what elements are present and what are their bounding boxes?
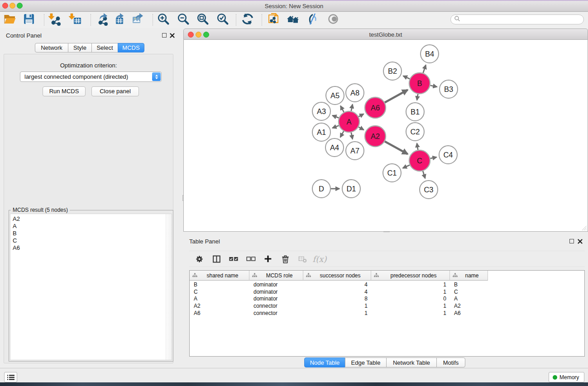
- memory-status-icon: [553, 375, 557, 380]
- table-row[interactable]: Cdominator41C: [190, 289, 584, 296]
- graph-edge-A6-B[interactable]: [385, 90, 408, 102]
- tab-mcds[interactable]: MCDS: [118, 43, 144, 52]
- graph-edge-C-C2[interactable]: [417, 143, 418, 150]
- graph-node-A4[interactable]: A4: [325, 138, 344, 157]
- graph-edge-B-B2[interactable]: [403, 76, 410, 79]
- column-header-predecessor-nodes[interactable]: predecessor nodes: [371, 271, 450, 281]
- graph-edge-A-A3[interactable]: [332, 115, 339, 118]
- column-header-MCDS-role[interactable]: MCDS role: [249, 271, 303, 281]
- graph-node-B1[interactable]: B1: [406, 103, 424, 121]
- graph-edge-B-B1[interactable]: [417, 94, 418, 100]
- tab-edge-table[interactable]: Edge Table: [345, 357, 387, 367]
- result-scrollbar[interactable]: [166, 214, 172, 360]
- tab-node-table[interactable]: Node Table: [304, 357, 345, 367]
- table-cell: A: [190, 295, 249, 303]
- graph-edge-C-C4[interactable]: [430, 157, 437, 158]
- graphics-details-button[interactable]: [305, 13, 320, 27]
- mcds-result-item[interactable]: C: [10, 237, 165, 244]
- table-row[interactable]: Adominator80A: [190, 295, 584, 303]
- mcds-result-item[interactable]: A2: [10, 215, 165, 223]
- graph-edge-A-A4[interactable]: [340, 131, 344, 137]
- graph-node-B3[interactable]: B3: [440, 80, 458, 98]
- export-table-button[interactable]: [110, 13, 126, 27]
- search-field[interactable]: [450, 14, 584, 24]
- graph-edge-A-A6[interactable]: [359, 114, 363, 117]
- zoom-fit-button[interactable]: [195, 13, 210, 27]
- graph-edge-A-A1[interactable]: [332, 125, 339, 128]
- table-settings-button[interactable]: [192, 252, 206, 266]
- import-network-button[interactable]: [47, 13, 62, 27]
- graph-node-A5[interactable]: A5: [326, 86, 344, 105]
- graph-edge-A-A7[interactable]: [351, 133, 353, 139]
- float-panel-icon[interactable]: [162, 33, 167, 38]
- refresh-button[interactable]: [240, 13, 255, 27]
- graph-node-D[interactable]: D: [312, 180, 330, 198]
- graph-node-C4[interactable]: C4: [439, 146, 457, 164]
- graph-edge-B-B3[interactable]: [430, 86, 437, 87]
- zoom-in-button[interactable]: [156, 13, 171, 27]
- select-all-button[interactable]: [227, 252, 240, 266]
- toggle-columns-button[interactable]: [210, 252, 223, 266]
- graph-node-C[interactable]: C: [409, 150, 430, 171]
- network-canvas[interactable]: B4B2BB3A5A8A6A3B1AA1C2A2A4A7C4CC1C3DD1: [183, 40, 588, 232]
- graph-node-C1[interactable]: C1: [383, 164, 401, 182]
- graph-edge-A-A8[interactable]: [351, 104, 353, 111]
- network-window-titlebar[interactable]: testGlobe.txt: [183, 29, 588, 40]
- column-header-name[interactable]: name: [450, 271, 488, 281]
- save-session-button[interactable]: [21, 13, 37, 27]
- table-row[interactable]: A2connector11A2: [190, 303, 584, 310]
- table-row[interactable]: Bdominator41B: [190, 281, 584, 289]
- close-panel-icon[interactable]: [170, 33, 175, 38]
- graph-edge-A-A5[interactable]: [340, 106, 344, 112]
- export-network-button[interactable]: [94, 13, 110, 27]
- column-header-successor-nodes[interactable]: successor nodes: [303, 271, 371, 281]
- graph-node-A7[interactable]: A7: [346, 142, 364, 160]
- table-close-panel-icon[interactable]: [578, 239, 583, 244]
- unselect-all-button[interactable]: [244, 252, 258, 266]
- window-resize-grip[interactable]: [582, 225, 587, 231]
- column-header-shared-name[interactable]: shared name: [190, 271, 249, 281]
- graph-node-A6[interactable]: A6: [365, 97, 386, 118]
- graph-node-D1[interactable]: D1: [342, 180, 360, 198]
- tab-network[interactable]: Network: [35, 43, 68, 52]
- graph-edge-C-C1[interactable]: [403, 165, 410, 168]
- graph-edge-A-A2[interactable]: [359, 127, 364, 130]
- graph-node-A1[interactable]: A1: [312, 123, 330, 141]
- graph-edge-A2-C[interactable]: [385, 142, 408, 154]
- close-panel-button[interactable]: Close panel: [91, 86, 139, 96]
- graph-node-B[interactable]: B: [409, 73, 430, 94]
- graph-node-B2[interactable]: B2: [383, 62, 402, 80]
- network-from-document-button[interactable]: [266, 13, 282, 27]
- graph-node-A[interactable]: A: [339, 111, 359, 132]
- graph-node-A8[interactable]: A8: [346, 84, 364, 102]
- task-list-button[interactable]: [4, 372, 17, 382]
- hide-details-button[interactable]: [325, 13, 341, 27]
- tab-network-table[interactable]: Network Table: [386, 357, 437, 367]
- open-session-button[interactable]: [2, 13, 18, 27]
- export-image-button[interactable]: [130, 13, 145, 27]
- mcds-result-item[interactable]: A: [10, 223, 165, 230]
- tab-select[interactable]: Select: [91, 43, 118, 52]
- optimization-criterion-select[interactable]: largest connected component (directed): [20, 71, 162, 82]
- memory-button[interactable]: Memory: [549, 372, 584, 382]
- zoom-selected-button[interactable]: [215, 13, 230, 27]
- zoom-out-button[interactable]: [176, 13, 191, 27]
- graph-node-C3[interactable]: C3: [420, 181, 438, 199]
- graph-node-A2[interactable]: A2: [365, 126, 386, 147]
- mcds-result-item[interactable]: B: [10, 230, 165, 237]
- home-button[interactable]: [285, 13, 301, 27]
- graph-node-B4[interactable]: B4: [421, 45, 439, 63]
- add-column-button[interactable]: [261, 252, 275, 266]
- mcds-result-item[interactable]: A6: [10, 244, 165, 252]
- graph-node-C2[interactable]: C2: [406, 123, 424, 141]
- table-row[interactable]: A6connector11A6: [190, 310, 584, 317]
- import-table-button[interactable]: [67, 13, 83, 27]
- graph-node-A3[interactable]: A3: [312, 102, 330, 120]
- tab-style[interactable]: Style: [68, 43, 92, 52]
- graph-edge-C-C3[interactable]: [423, 171, 425, 178]
- table-float-panel-icon[interactable]: [569, 239, 574, 243]
- graph-edge-B-B4[interactable]: [423, 65, 426, 73]
- tab-motifs[interactable]: Motifs: [436, 357, 465, 367]
- delete-column-button[interactable]: [278, 252, 292, 266]
- run-mcds-button[interactable]: Run MCDS: [43, 86, 86, 96]
